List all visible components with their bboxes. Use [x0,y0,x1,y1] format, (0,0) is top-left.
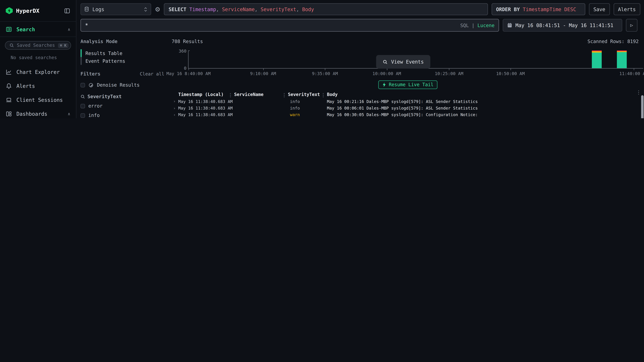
filters-panel: Analysis Mode Results Table Event Patter… [76,32,169,118]
sidebar: HyperDX Search ∧ Saved Searches ⌘ K No s… [0,0,76,118]
results-area: 708 Results Scanned Rows: 8192 360 0 May… [169,32,644,118]
bell-icon [6,83,12,89]
denoise-icon [88,82,94,88]
log-row[interactable]: › May 16 11:38:40.683 AM info May 16 00:… [172,98,644,105]
cell-timestamp: May 16 11:38:40.683 AM [178,99,234,104]
severity-facet-title: SeverityText [80,94,164,99]
expand-row-chevron-icon[interactable]: › [173,113,178,117]
sidebar-item-chart-explorer[interactable]: Chart Explorer [0,65,76,79]
language-toggle-lucene[interactable]: Lucene [478,22,494,28]
log-table: Timestamp (Local) ServiceName SeverityTe… [172,91,644,118]
logo-row: HyperDX [0,0,76,21]
analysis-mode-heading: Analysis Mode [80,39,164,44]
mode-label: Event Patterns [86,58,125,64]
column-header-severitytext[interactable]: SeverityText [288,92,327,97]
checkbox[interactable] [80,113,85,118]
date-range-value: May 16 08:41:51 - May 16 11:41:51 [516,22,614,28]
expand-row-chevron-icon[interactable]: › [173,106,178,110]
table-header: Timestamp (Local) ServiceName SeverityTe… [172,91,644,98]
y-axis-tick: 0 [184,66,186,71]
sql-keyword: SELECT [168,6,186,12]
sql-keyword: ORDER BY [496,6,520,12]
chart-bar-segment-warn [617,51,626,52]
denoise-option[interactable]: Denoise Results [80,82,164,88]
chart-explorer-icon [6,69,12,75]
results-count: 708 Results [172,39,203,45]
histogram-chart: 360 0 May 16 8:40:00 AM 9:10:00 AM 9:35:… [172,47,644,78]
search-icon [80,94,85,99]
source-select-value: Logs [92,6,104,12]
main-column: Logs ⚙ SELECT Timestamp, ServiceName, Se… [76,0,644,118]
sidebar-item-search[interactable]: Search ∧ [0,21,76,37]
app-window: HyperDX Search ∧ Saved Searches ⌘ K No s… [0,0,644,118]
column-header-body[interactable]: Body [327,92,644,97]
sidebar-item-label: Client Sessions [16,97,63,103]
scanned-rows: Scanned Rows: 8192 [588,39,639,45]
mode-active-bar [80,49,82,57]
cell-severity: info [288,99,327,104]
sidebar-item-client-sessions[interactable]: Client Sessions [0,93,76,107]
sidebar-item-label: Alerts [16,83,35,89]
cell-timestamp: May 16 11:38:40.683 AM [178,106,234,110]
checkbox[interactable] [80,83,85,87]
y-axis-tick: 360 [179,48,186,53]
no-saved-searches-text: No saved searches [11,55,76,60]
column-header-timestamp[interactable]: Timestamp (Local) [178,92,234,97]
sql-column: Body [302,6,314,12]
chevron-up-icon[interactable]: ∧ [68,112,70,116]
date-range-picker[interactable]: May 16 08:41:51 - May 16 11:41:51 [503,19,622,32]
column-header-servicename[interactable]: ServiceName [234,92,288,97]
saved-searches-input[interactable]: Saved Searches ⌘ K [5,41,71,50]
cell-body: May 16 00:30:05 Dales-MBP syslogd[579]: … [327,113,644,117]
save-button[interactable]: Save [589,3,610,15]
hyperdx-logo: HyperDX [6,7,40,14]
log-row[interactable]: › May 16 11:38:40.683 AM info May 16 00:… [172,105,644,112]
sidebar-item-label: Dashboards [16,111,47,117]
filters-heading: Filters [80,71,100,77]
resume-live-tail-button[interactable]: Resume Live Tail [378,80,438,89]
analysis-mode-option[interactable]: Results Table [80,49,164,57]
chart-bar-segment-warn [592,51,602,52]
table-scrollbar[interactable] [641,89,644,118]
cell-severity: info [288,106,327,110]
lightning-icon [382,82,386,87]
calendar-icon [507,22,512,28]
severity-filter-option[interactable]: error [80,103,164,109]
brand-name: HyperDX [16,7,39,14]
clear-all-button[interactable]: Clear all [140,71,164,76]
analysis-mode-option[interactable]: Event Patterns [80,57,164,65]
source-settings-gear-icon[interactable]: ⚙ [155,5,160,13]
sql-column: SeverityText [260,6,296,12]
search-icon [382,59,388,64]
select-clause-input[interactable]: SELECT Timestamp, ServiceName, SeverityT… [164,3,488,15]
sidebar-item-label: Search [16,26,35,32]
dashboards-icon [6,111,12,117]
sidebar-item-alerts[interactable]: Alerts [0,79,76,93]
scrollbar-thumb[interactable] [641,95,644,118]
search-icon [10,43,14,48]
checkbox[interactable] [80,104,85,108]
search-query-input[interactable]: * SQL | Lucene [80,19,499,32]
chart-bar [592,50,602,68]
view-events-button[interactable]: View Events [376,55,430,68]
expand-row-chevron-icon[interactable]: › [173,99,178,103]
chevron-up-icon[interactable]: ∧ [68,27,70,31]
severity-filter-option[interactable]: info [80,112,164,118]
order-by-input[interactable]: ORDER BY TimestampTime DESC [492,3,585,15]
chart-bar [617,50,626,68]
cell-body: May 16 00:21:16 Dales-MBP syslogd[579]: … [327,99,644,104]
denoise-label: Denoise Results [97,82,140,88]
alerts-button[interactable]: Alerts [614,3,640,15]
mode-active-bar [80,57,82,65]
cell-timestamp: May 16 11:38:40.683 AM [178,113,234,117]
run-query-button[interactable]: ▷ [626,19,638,32]
collapse-sidebar-icon[interactable] [64,8,70,14]
order-by-value: TimestampTime DESC [523,6,576,12]
source-select[interactable]: Logs [80,3,151,15]
sidebar-item-dashboards[interactable]: Dashboards ∧ [0,107,76,118]
log-row[interactable]: › May 16 11:38:40.683 AM warn May 16 00:… [172,112,644,118]
language-toggle-sql[interactable]: SQL [460,22,469,28]
select-chevrons-icon [144,6,148,12]
cell-body: May 16 00:06:01 Dales-MBP syslogd[579]: … [327,106,644,110]
chart-bar-segment-error [592,50,602,51]
